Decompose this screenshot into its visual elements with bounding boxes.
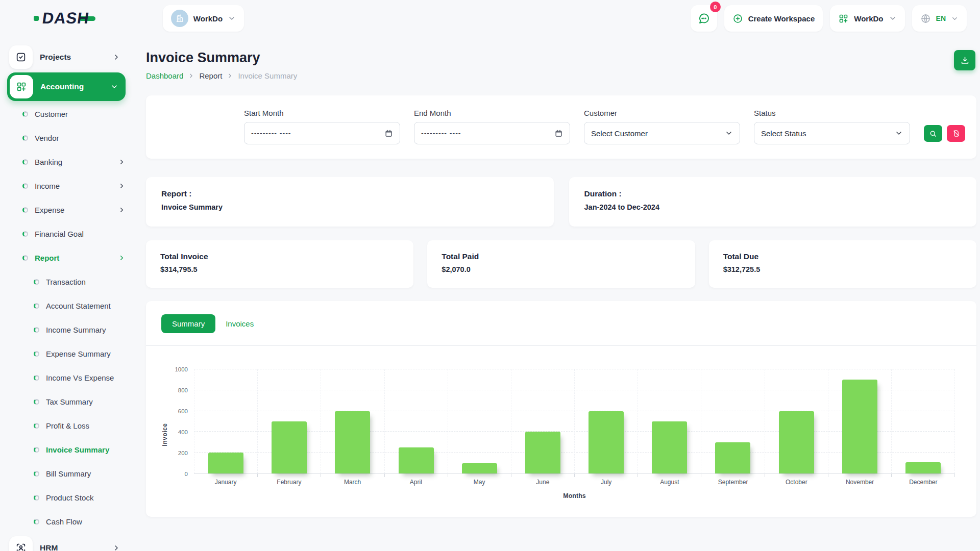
customer-select[interactable]: Select Customer xyxy=(584,122,740,144)
accounting-grid-icon xyxy=(10,75,33,98)
sidebar-item-accounting[interactable]: Accounting xyxy=(7,72,126,101)
tab-summary[interactable]: Summary xyxy=(161,314,215,333)
sidebar-item-label: Income xyxy=(35,182,60,190)
create-workspace-button[interactable]: Create Workspace xyxy=(724,5,823,32)
sidebar-item-hrm[interactable]: HRM xyxy=(7,534,126,551)
globe-icon xyxy=(920,13,931,24)
sidebar-item-tax-summary[interactable]: Tax Summary xyxy=(7,390,126,414)
sidebar-item-customer[interactable]: Customer xyxy=(7,102,126,126)
projects-checkbox-icon xyxy=(9,45,33,69)
sidebar-item-report[interactable]: Report xyxy=(7,246,126,270)
bar-september xyxy=(715,442,750,473)
sidebar-item-label: Product Stock xyxy=(46,493,93,502)
sidebar-item-financial-goal[interactable]: Financial Goal xyxy=(7,222,126,246)
bullet-icon xyxy=(22,183,28,189)
y-tick-label: 0 xyxy=(185,471,188,477)
search-icon xyxy=(929,130,937,138)
sidebar-item-vendor[interactable]: Vendor xyxy=(7,126,126,150)
x-tick-label: September xyxy=(701,479,765,486)
stat-value: $2,070.0 xyxy=(442,265,680,273)
sidebar-item-income-summary[interactable]: Income Summary xyxy=(7,318,126,342)
chevron-right-icon xyxy=(118,158,126,166)
bar-february xyxy=(272,421,307,473)
workspace-avatar xyxy=(171,10,188,27)
download-button[interactable] xyxy=(954,50,975,70)
sidebar-item-label: Banking xyxy=(35,158,62,166)
report-info-label: Report : xyxy=(161,189,538,198)
sidebar-item-income[interactable]: Income xyxy=(7,174,126,198)
sidebar-item-product-stock[interactable]: Product Stock xyxy=(7,486,126,510)
end-month-input[interactable]: --------- ---- xyxy=(414,122,570,144)
sidebar-item-label: Expense xyxy=(35,206,64,214)
breadcrumb: Dashboard Report Invoice Summary xyxy=(146,71,297,80)
sidebar-item-label: Transaction xyxy=(46,278,86,286)
workspace-menu[interactable]: WorkDo xyxy=(830,5,904,32)
sidebar-item-income-vs-expense[interactable]: Income Vs Expense xyxy=(7,366,126,390)
chart-tabs: Summary Invoices xyxy=(146,301,976,345)
chevron-down-icon xyxy=(889,14,897,22)
chart-column xyxy=(194,369,258,473)
bullet-icon xyxy=(22,231,28,237)
breadcrumb-dashboard[interactable]: Dashboard xyxy=(146,71,183,80)
sidebar-item-profit-loss[interactable]: Profit & Loss xyxy=(7,414,126,438)
hrm-user-icon xyxy=(9,536,33,551)
x-tick-label: June xyxy=(511,479,574,486)
y-tick-label: 400 xyxy=(178,429,188,435)
calendar-icon[interactable] xyxy=(554,129,563,138)
sidebar-item-account-statement[interactable]: Account Statement xyxy=(7,294,126,318)
create-workspace-label: Create Workspace xyxy=(748,14,815,23)
bullet-icon xyxy=(34,447,39,453)
breadcrumb-report[interactable]: Report xyxy=(199,71,222,80)
tab-invoices[interactable]: Invoices xyxy=(226,319,254,328)
sidebar-item-banking[interactable]: Banking xyxy=(7,150,126,174)
sidebar-item-bill-summary[interactable]: Bill Summary xyxy=(7,462,126,486)
sidebar-item-label: Income Summary xyxy=(46,325,106,334)
chart-column xyxy=(321,369,384,473)
reset-filter-button[interactable] xyxy=(947,125,965,142)
stat-value: $312,725.5 xyxy=(723,265,962,273)
y-tick-label: 800 xyxy=(178,387,188,393)
bullet-icon xyxy=(22,135,28,141)
sidebar-item-label: Invoice Summary xyxy=(46,445,109,454)
bar-october xyxy=(779,411,814,473)
top-bar-actions: 0 Create Workspace WorkDo EN xyxy=(691,5,967,32)
sidebar-item-label: Expense Summary xyxy=(46,349,111,358)
sidebar-item-label: Report xyxy=(35,254,59,262)
top-bar: DASH WorkDo 0 Create Workspace xyxy=(0,0,980,37)
x-tick-label: October xyxy=(765,479,828,486)
sidebar-item-projects[interactable]: Projects xyxy=(7,43,126,71)
y-axis-ticks: 02004006008001000 xyxy=(170,369,194,474)
workspace-switcher[interactable]: WorkDo xyxy=(163,5,244,32)
bullet-icon xyxy=(34,495,39,500)
duration-info-card: Duration : Jan-2024 to Dec-2024 xyxy=(569,177,977,227)
chart-column xyxy=(638,369,701,473)
sidebar-item-cash-flow[interactable]: Cash Flow xyxy=(7,510,126,534)
chart-column xyxy=(701,369,765,473)
chart-column xyxy=(448,369,511,473)
bar-march xyxy=(335,411,370,473)
sidebar-item-label: Cash Flow xyxy=(46,517,82,526)
sidebar: Projects Accounting Customer Vendor xyxy=(0,37,133,551)
bullet-icon xyxy=(34,519,39,524)
calendar-icon[interactable] xyxy=(384,129,393,138)
filter-panel: Start Month --------- ---- End Month ---… xyxy=(146,95,976,159)
status-select[interactable]: Select Status xyxy=(754,122,910,144)
bullet-icon xyxy=(34,375,39,381)
sidebar-item-expense-summary[interactable]: Expense Summary xyxy=(7,342,126,366)
file-slash-icon xyxy=(952,130,960,137)
stat-label: Total Due xyxy=(723,252,962,261)
building-icon xyxy=(175,14,184,23)
language-menu[interactable]: EN xyxy=(912,5,967,32)
x-tick-label: November xyxy=(828,479,892,486)
sidebar-item-expense[interactable]: Expense xyxy=(7,198,126,222)
app-logo[interactable]: DASH xyxy=(34,9,95,28)
start-month-placeholder: --------- ---- xyxy=(251,129,291,137)
apply-filter-button[interactable] xyxy=(924,125,942,142)
messages-button[interactable]: 0 xyxy=(691,5,717,32)
total-paid-card: Total Paid $2,070.0 xyxy=(427,240,695,288)
sidebar-item-transaction[interactable]: Transaction xyxy=(7,270,126,294)
start-month-input[interactable]: --------- ---- xyxy=(244,122,400,144)
chevron-down-icon xyxy=(228,14,236,22)
sidebar-item-invoice-summary[interactable]: Invoice Summary xyxy=(7,438,126,462)
chevron-right-icon xyxy=(227,72,233,79)
